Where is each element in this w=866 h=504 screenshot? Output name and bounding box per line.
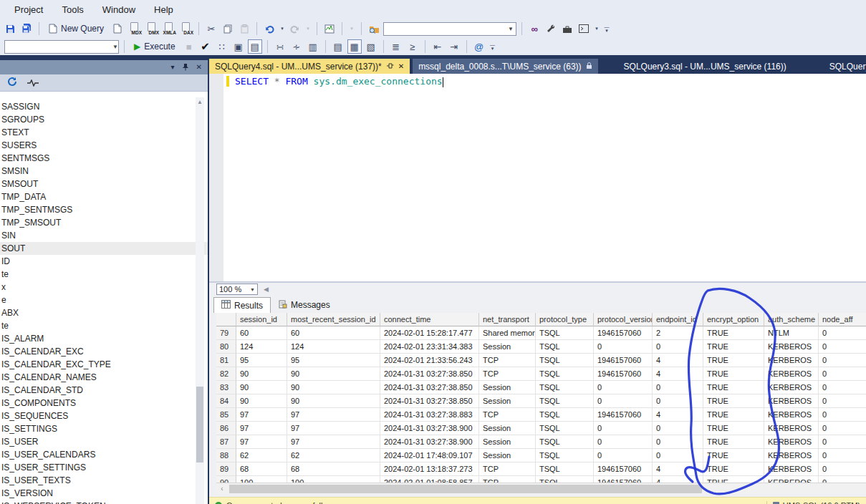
list-item[interactable]: IS_SETTINGS — [0, 422, 208, 435]
table-row[interactable]: 801241242024-02-01 23:31:34.383SessionTS… — [216, 340, 866, 354]
list-item[interactable]: x — [0, 281, 208, 294]
table-cell[interactable]: 2024-02-01 21:33:56.243 — [380, 354, 479, 367]
table-cell[interactable]: 1946157060 — [594, 408, 653, 422]
table-cell[interactable]: 62 — [236, 449, 287, 462]
table-cell[interactable]: 0 — [594, 381, 653, 394]
column-header[interactable] — [216, 313, 236, 326]
table-cell[interactable]: TSQL — [536, 422, 594, 435]
increase-indent-icon[interactable]: ⇥ — [447, 39, 461, 54]
table-cell[interactable]: 1946157060 — [594, 462, 653, 476]
table-cell[interactable]: 4 — [653, 367, 703, 381]
list-item[interactable]: TMP_SMSOUT — [0, 216, 208, 229]
table-cell[interactable]: 0 — [819, 340, 866, 354]
table-cell[interactable]: 2024-02-01 17:48:09.107 — [380, 449, 479, 462]
sql-code-line[interactable]: SELECT * FROM sys.dm_exec_connections — [235, 76, 443, 87]
tab-results[interactable]: Results — [213, 297, 271, 313]
database-combobox[interactable]: ▼ — [4, 40, 119, 54]
table-cell[interactable]: 68 — [287, 462, 380, 476]
table-row[interactable]: 8968682024-02-01 13:18:37.273TCPTSQL1946… — [216, 462, 866, 476]
wrench-icon[interactable] — [544, 21, 558, 36]
uncomment-lines-icon[interactable]: ≥ — [405, 39, 420, 54]
table-row[interactable]: 8290902024-01-31 03:27:38.850TCPTSQL1946… — [216, 367, 866, 381]
table-cell[interactable]: 4 — [653, 476, 703, 483]
list-item[interactable]: STEXT — [0, 126, 208, 139]
list-item[interactable]: SASSIGN — [0, 100, 208, 113]
list-item[interactable]: te — [0, 268, 208, 281]
table-cell[interactable]: TSQL — [536, 340, 594, 354]
row-header-cell[interactable]: 81 — [216, 354, 236, 367]
list-item[interactable]: IS_WEBSERVICE_TOKEN — [0, 500, 208, 504]
table-cell[interactable]: KERBEROS — [764, 354, 819, 367]
table-cell[interactable]: TRUE — [703, 476, 764, 483]
menu-window[interactable]: Window — [102, 4, 135, 15]
table-cell[interactable]: KERBEROS — [764, 367, 819, 381]
table-cell[interactable]: KERBEROS — [764, 462, 819, 476]
database-input[interactable] — [5, 41, 112, 53]
list-item[interactable]: IS_COMPONENTS — [0, 397, 208, 410]
new-query-button[interactable]: New Query — [44, 21, 108, 37]
search-input[interactable] — [384, 23, 506, 35]
find-in-files-icon[interactable] — [367, 21, 381, 36]
list-item[interactable]: IS_CALENDAR_NAMES — [0, 371, 208, 384]
table-cell[interactable]: 100 — [236, 476, 287, 483]
column-header[interactable]: connect_time — [380, 313, 479, 326]
table-cell[interactable]: 0 — [653, 394, 703, 408]
window-position-icon[interactable]: ▾ — [171, 64, 175, 71]
row-header-cell[interactable]: 82 — [216, 367, 236, 381]
table-cell[interactable]: 2024-02-01 13:18:37.273 — [380, 462, 479, 476]
table-cell[interactable]: 2024-01-31 03:27:38.850 — [380, 367, 479, 381]
table-cell[interactable]: TSQL — [536, 367, 594, 381]
copy-icon[interactable] — [221, 21, 235, 36]
table-cell[interactable]: TRUE — [703, 367, 764, 381]
table-cell[interactable]: 0 — [653, 340, 703, 354]
table-cell[interactable]: 4 — [653, 462, 703, 476]
table-cell[interactable]: TRUE — [703, 422, 764, 435]
table-cell[interactable]: 1946157060 — [594, 367, 653, 381]
column-header[interactable]: most_recent_session_id — [287, 313, 380, 326]
table-cell[interactable]: 95 — [236, 354, 287, 367]
list-item[interactable]: IS_VERSION — [0, 487, 208, 500]
redo-dropdown-icon[interactable]: ▾ — [304, 21, 312, 36]
table-cell[interactable]: 90 — [287, 394, 380, 408]
editor-hscroll-left-icon[interactable]: ◀ — [264, 286, 269, 293]
tab-mssql-delta[interactable]: mssql_delta_0008.s...T\UMS_service (63)) — [413, 59, 597, 74]
table-cell[interactable]: TSQL — [536, 462, 594, 476]
table-cell[interactable]: KERBEROS — [764, 340, 819, 354]
column-header[interactable]: protocol_version — [594, 313, 653, 326]
table-cell[interactable]: TCP — [479, 408, 536, 422]
list-item[interactable]: TMP_SENTMSGS — [0, 203, 208, 216]
scrollbar-thumb[interactable] — [229, 485, 702, 493]
row-header-cell[interactable]: 80 — [216, 340, 236, 354]
table-cell[interactable]: 1946157060 — [594, 354, 653, 367]
toolbox-icon[interactable] — [560, 21, 574, 36]
table-cell[interactable]: 0 — [594, 340, 653, 354]
table-cell[interactable]: 0 — [819, 367, 866, 381]
table-cell[interactable]: 90 — [236, 367, 287, 381]
scroll-left-icon[interactable]: ‹ — [216, 485, 228, 493]
history-dropdown-icon[interactable]: ▾ — [347, 21, 356, 36]
table-row[interactable]: 8490902024-01-31 03:27:38.850SessionTSQL… — [216, 394, 866, 408]
table-cell[interactable]: 100 — [287, 476, 380, 483]
table-cell[interactable]: TCP — [479, 354, 536, 367]
pin-icon[interactable] — [386, 62, 394, 72]
vs-logo-icon[interactable]: ∞ — [527, 21, 542, 36]
table-cell[interactable]: Session — [479, 340, 536, 354]
table-cell[interactable]: TRUE — [703, 326, 764, 340]
table-cell[interactable]: 0 — [653, 449, 703, 462]
table-cell[interactable]: KERBEROS — [764, 422, 819, 435]
table-cell[interactable]: 0 — [653, 422, 703, 435]
save-icon[interactable] — [3, 21, 17, 36]
column-header[interactable]: endpoint_id — [653, 313, 703, 326]
tab-sqlquery1[interactable]: SQLQuery1.sql - UM — [824, 59, 866, 74]
list-item[interactable]: IS_CALENDAR_EXC_TYPE — [0, 358, 208, 371]
dax-query-icon[interactable]: DAX — [178, 22, 193, 35]
table-cell[interactable]: 1946157060 — [594, 476, 653, 483]
table-cell[interactable]: TSQL — [536, 408, 594, 422]
table-row[interactable]: 7960602024-02-01 15:28:17.477Shared memo… — [216, 326, 866, 340]
chevron-down-icon[interactable]: ▼ — [112, 44, 118, 50]
results-to-text-icon[interactable]: ▤ — [331, 39, 345, 54]
save-all-icon[interactable] — [19, 21, 34, 36]
table-cell[interactable]: TSQL — [536, 394, 594, 408]
tab-messages[interactable]: Messages — [271, 297, 338, 313]
table-cell[interactable]: TSQL — [536, 354, 594, 367]
